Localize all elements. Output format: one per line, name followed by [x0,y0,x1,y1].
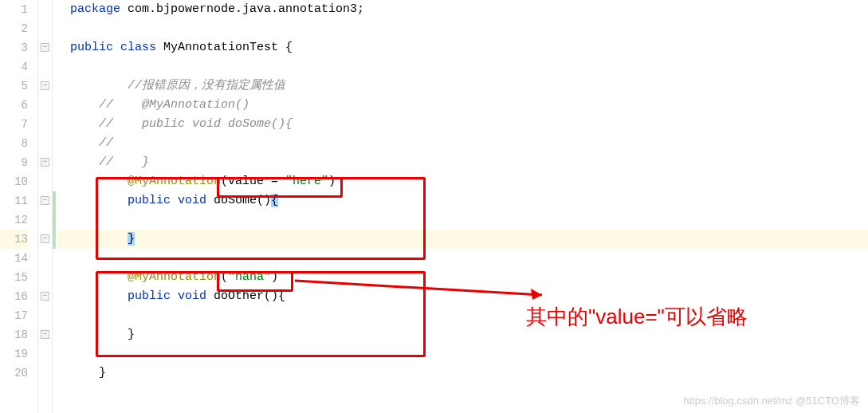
code-line[interactable]: // } [57,153,868,172]
line-number[interactable]: 1 [0,0,28,19]
code-line[interactable] [57,57,868,77]
brace: } [128,328,135,341]
line-number[interactable]: 3 [0,38,28,57]
code-editor: 1 2 3 4 5 6 7 8 9 10 11 12 13 14 15 16 1… [0,0,868,413]
paren: ) [271,270,278,284]
code-line[interactable]: package com.bjpowernode.java.annotation3… [57,0,868,19]
line-number[interactable]: 7 [0,115,28,134]
line-number[interactable]: 6 [0,96,28,115]
keyword: public [70,41,113,54]
line-number[interactable]: 16 [0,287,28,306]
paren: ( [221,270,228,284]
line-number[interactable]: 4 [0,57,28,77]
keyword: package [70,2,120,16]
code-line[interactable]: // public void doSome(){ [57,115,868,134]
fold-toggle-icon[interactable]: − [41,158,49,167]
indent [70,270,128,284]
package-name: com.bjpowernode.java.annotation3; [120,2,364,16]
brace: } [99,366,106,380]
line-number[interactable]: 9 [0,153,28,172]
code-line[interactable] [57,344,868,364]
indent [70,366,99,380]
keyword: void [178,289,206,303]
comment: //报错原因，没有指定属性值 [128,79,285,92]
fold-gutter: − − − − − − − [38,0,53,413]
indent [70,194,128,207]
line-number[interactable]: 11 [0,191,28,210]
line-number[interactable]: 13 [0,230,28,249]
line-number[interactable]: 12 [0,210,28,230]
fold-toggle-icon[interactable]: − [41,330,49,339]
code-area[interactable]: package com.bjpowernode.java.annotation3… [57,0,868,413]
code-line[interactable]: public void doSome(){ [57,191,868,210]
indent [70,175,128,188]
keyword: void [178,194,206,207]
line-number[interactable]: 20 [0,364,28,383]
code-line[interactable]: // @MyAnnotation() [57,96,868,115]
class-name: MyAnnotationTest [156,41,285,54]
brace: { [285,41,293,54]
line-number-gutter: 1 2 3 4 5 6 7 8 9 10 11 12 13 14 15 16 1… [0,0,38,413]
indent [70,98,99,112]
code-line[interactable]: public class MyAnnotationTest { [57,38,868,57]
code-line[interactable]: @MyAnnotation("haha") [57,268,868,287]
indent [70,79,128,92]
string-literal: "haha" [228,270,271,284]
method-name: doOther() [206,289,278,303]
line-number[interactable]: 2 [0,19,28,38]
line-number[interactable]: 18 [0,325,28,344]
indent [70,136,99,150]
comment: // public void doSome(){ [99,117,293,131]
fold-toggle-icon[interactable]: − [41,81,49,90]
code-line[interactable]: // [57,134,868,153]
keyword: public [128,194,171,207]
comment: // @MyAnnotation() [99,98,249,112]
line-number[interactable]: 14 [0,249,28,268]
brace: } [128,232,135,246]
comment: // } [99,155,149,169]
annotation-callout-text: 其中的"value="可以省略 [526,303,748,331]
fold-toggle-icon[interactable]: − [41,234,49,243]
code-line[interactable] [57,249,868,268]
brace: { [278,289,285,303]
indent [70,232,128,246]
comment: // [99,136,113,150]
keyword: class [120,41,156,54]
brace: { [271,194,278,207]
code-line[interactable]: } [57,364,868,383]
method-name: doSome() [206,194,271,207]
line-number[interactable]: 19 [0,344,28,364]
fold-toggle-icon[interactable]: − [41,292,49,301]
indent [70,328,128,341]
indent [70,155,99,169]
watermark-text: https://blog.csdn.net/mz @51CTO博客 [683,394,860,408]
change-marker [53,191,56,249]
keyword: public [128,289,171,303]
attr-name: value = [228,175,285,188]
line-number[interactable]: 17 [0,306,28,325]
paren: ( [221,175,228,188]
annotation: @MyAnnotation [128,175,221,188]
indent [70,117,99,131]
line-number[interactable]: 15 [0,268,28,287]
fold-toggle-icon[interactable]: − [41,43,49,52]
code-line[interactable]: //报错原因，没有指定属性值 [57,77,868,96]
indent [70,289,128,303]
line-number[interactable]: 8 [0,134,28,153]
string-literal: "here" [285,175,328,188]
fold-toggle-icon[interactable]: − [41,196,49,205]
code-line[interactable] [57,210,868,230]
line-number[interactable]: 5 [0,77,28,96]
code-line-current[interactable]: } [57,230,868,249]
code-line[interactable]: @MyAnnotation(value = "here") [57,172,868,191]
code-line[interactable] [57,19,868,38]
annotation: @MyAnnotation [128,270,221,284]
line-number[interactable]: 10 [0,172,28,191]
paren: ) [328,175,336,188]
